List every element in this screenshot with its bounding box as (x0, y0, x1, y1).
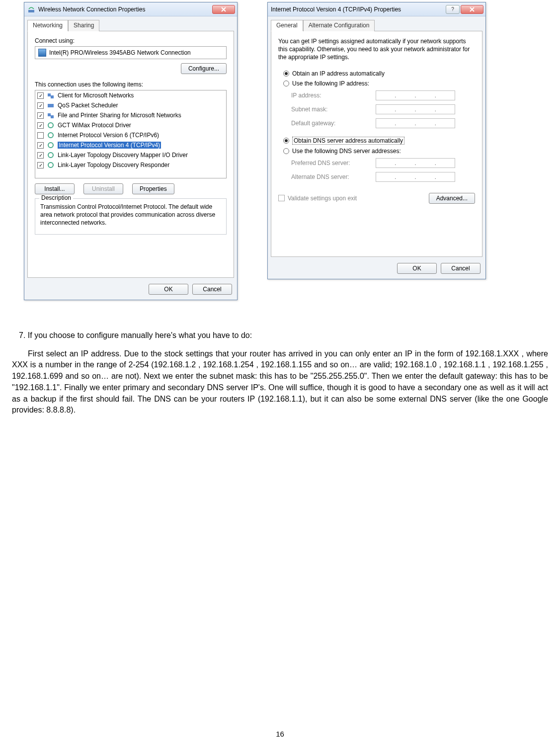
checkbox[interactable] (37, 92, 44, 99)
list-item[interactable]: Internet Protocol Version 6 (TCP/IPv6) (35, 130, 226, 140)
cancel-button[interactable]: Cancel (192, 284, 232, 295)
titlebar: Internet Protocol Version 4 (TCP/IPv4) P… (268, 2, 485, 16)
subnet-row: Subnet mask: ... (291, 104, 475, 114)
list-item[interactable]: Link-Layer Topology Discovery Mapper I/O… (35, 150, 226, 160)
svg-rect-1 (48, 93, 51, 96)
page-number: 16 (0, 730, 560, 738)
svg-point-7 (48, 133, 53, 138)
adapter-name: Intel(R) PRO/Wireless 3945ABG Network Co… (49, 49, 191, 56)
ip-address-label: IP address: (291, 92, 376, 99)
preferred-dns-label: Preferred DNS server: (291, 160, 376, 167)
checkbox[interactable] (37, 142, 44, 149)
items-label: This connection uses the following items… (35, 81, 227, 88)
tabs: General Alternate Configuration (268, 16, 485, 31)
instruction-paragraph: First select an IP address. Due to the s… (12, 348, 548, 416)
radio-label: Obtain an IP address automatically (292, 70, 385, 77)
radio-icon (283, 148, 289, 154)
alternate-dns-row: Alternate DNS server: ... (291, 172, 475, 182)
list-item[interactable]: GCT WiMax Protocol Driver (35, 120, 226, 130)
list-item[interactable]: QoS Packet Scheduler (35, 100, 226, 110)
list-item-label: GCT WiMax Protocol Driver (58, 122, 131, 129)
gateway-row: Default gateway: ... (291, 118, 475, 128)
checkbox[interactable] (37, 132, 44, 139)
protocol-icon (47, 161, 55, 169)
dialog-title: Internet Protocol Version 4 (TCP/IPv4) P… (271, 6, 446, 13)
subnet-label: Subnet mask: (291, 106, 376, 113)
radio-icon (283, 71, 289, 77)
svg-point-6 (48, 123, 53, 128)
instructions-block: 7. If you choose to configure manually h… (10, 330, 550, 416)
radio-label: Use the following DNS server addresses: (292, 148, 401, 155)
protocol-icon (47, 121, 55, 129)
svg-point-8 (48, 143, 53, 148)
checkbox[interactable] (37, 102, 44, 109)
checkbox[interactable] (37, 122, 44, 129)
radio-icon (283, 138, 289, 144)
intro-text: You can get IP settings assigned automat… (278, 37, 475, 62)
list-item-label: Internet Protocol Version 4 (TCP/IPv4) (58, 142, 161, 149)
list-item[interactable]: Link-Layer Topology Discovery Responder (35, 160, 226, 170)
list-item[interactable]: Internet Protocol Version 4 (TCP/IPv4) (35, 140, 226, 150)
validate-checkbox[interactable] (278, 195, 285, 201)
items-list[interactable]: Client for Microsoft NetworksQoS Packet … (35, 90, 227, 178)
connect-using-label: Connect using: (35, 37, 227, 44)
tab-networking[interactable]: Networking (27, 20, 68, 31)
radio-dns-manual[interactable]: Use the following DNS server addresses: (283, 148, 475, 155)
protocol-icon (47, 151, 55, 159)
uninstall-button: Uninstall (83, 183, 123, 194)
radio-ip-manual[interactable]: Use the following IP address: (283, 80, 475, 87)
tabs: Networking Sharing (24, 16, 237, 31)
checkbox[interactable] (37, 162, 44, 168)
checkbox[interactable] (37, 152, 44, 159)
tab-sharing[interactable]: Sharing (68, 20, 99, 31)
dialog-title: Wireless Network Connection Properties (38, 6, 212, 13)
gateway-input: ... (376, 118, 455, 128)
list-item-label: File and Printer Sharing for Microsoft N… (58, 112, 181, 119)
list-item-label: Internet Protocol Version 6 (TCP/IPv6) (58, 132, 159, 139)
close-icon[interactable] (461, 5, 483, 14)
svg-rect-3 (48, 104, 54, 107)
radio-ip-auto[interactable]: Obtain an IP address automatically (283, 70, 475, 77)
instruction-step: 7. If you choose to configure manually h… (12, 330, 548, 341)
advanced-button[interactable]: Advanced... (429, 193, 475, 204)
properties-button[interactable]: Properties (132, 183, 174, 194)
ok-button[interactable]: OK (149, 284, 188, 295)
tab-alternate-configuration[interactable]: Alternate Configuration (303, 20, 375, 31)
alternate-dns-label: Alternate DNS server: (291, 173, 376, 180)
svg-point-9 (48, 153, 53, 158)
close-icon[interactable] (212, 5, 235, 14)
svg-point-10 (48, 163, 53, 167)
tcpip-properties-dialog: Internet Protocol Version 4 (TCP/IPv4) P… (267, 2, 486, 279)
checkbox[interactable] (37, 112, 44, 119)
list-item[interactable]: Client for Microsoft Networks (35, 90, 226, 100)
tab-general[interactable]: General (271, 20, 303, 31)
cancel-button[interactable]: Cancel (441, 263, 480, 274)
ok-button[interactable]: OK (397, 263, 437, 274)
configure-button[interactable]: Configure... (181, 63, 227, 74)
radio-icon (283, 81, 289, 86)
description-group: Description Transmission Control Protoco… (35, 198, 227, 235)
radio-dns-auto[interactable]: Obtain DNS server address automatically (283, 137, 475, 145)
tab-body-networking: Connect using: Intel(R) PRO/Wireless 394… (27, 31, 234, 278)
list-item-label: Client for Microsoft Networks (58, 92, 134, 99)
help-icon[interactable]: ? (446, 5, 460, 14)
protocol-icon (47, 101, 55, 109)
svg-rect-4 (48, 113, 51, 116)
subnet-input: ... (376, 104, 455, 114)
radio-label: Obtain DNS server address automatically (292, 137, 404, 145)
alternate-dns-input: ... (376, 172, 455, 182)
protocol-icon (47, 131, 55, 139)
preferred-dns-row: Preferred DNS server: ... (291, 158, 475, 168)
install-button[interactable]: Install... (35, 183, 75, 194)
wireless-properties-dialog: Wireless Network Connection Properties N… (24, 2, 238, 300)
list-item-label: QoS Packet Scheduler (58, 102, 118, 109)
ip-address-input: ... (376, 90, 455, 100)
svg-rect-2 (51, 95, 54, 98)
gateway-label: Default gateway: (291, 120, 376, 127)
radio-label: Use the following IP address: (292, 80, 369, 87)
svg-rect-0 (28, 10, 34, 12)
list-item[interactable]: File and Printer Sharing for Microsoft N… (35, 110, 226, 120)
preferred-dns-input: ... (376, 158, 455, 168)
tab-body-general: You can get IP settings assigned automat… (271, 31, 482, 257)
list-item-label: Link-Layer Topology Discovery Responder (58, 162, 169, 168)
